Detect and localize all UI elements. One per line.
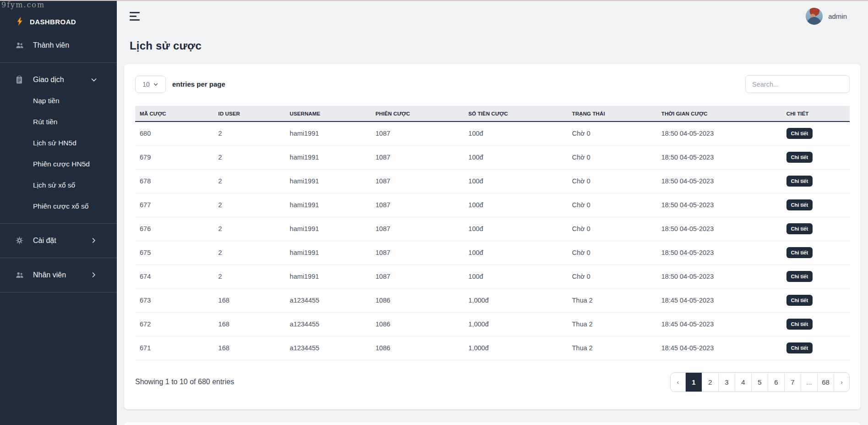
sidebar-item-label: Lịch sử xổ số — [33, 181, 75, 189]
table-cell: 18:50 04-05-2023 — [657, 241, 782, 265]
page-button-68[interactable]: 68 — [818, 373, 834, 392]
detail-button[interactable]: Chi tiết — [786, 295, 813, 306]
pagination-ellipsis[interactable]: ... — [801, 373, 818, 392]
table-cell: 676 — [135, 217, 214, 241]
username-label: admin — [828, 12, 847, 20]
sidebar-item-label: Giao dịch — [33, 76, 64, 84]
chevron-down-icon — [153, 82, 158, 87]
detail-button[interactable]: Chi tiết — [786, 223, 813, 234]
table-cell: 2 — [214, 217, 285, 241]
search-input[interactable] — [745, 75, 850, 93]
page-button-7[interactable]: 7 — [785, 373, 801, 392]
table-body: 6802hami19911087100đChờ 018:50 04-05-202… — [135, 121, 850, 360]
detail-button[interactable]: Chi tiết — [786, 271, 813, 282]
table-cell: Chi tiết — [782, 265, 850, 288]
table-cell: 677 — [135, 193, 214, 217]
table-row: 6752hami19911087100đChờ 018:50 04-05-202… — [135, 241, 850, 265]
table-cell: a1234455 — [285, 312, 371, 336]
table-cell: 1,000đ — [464, 336, 568, 360]
table-row: 6772hami19911087100đChờ 018:50 04-05-202… — [135, 193, 850, 217]
sidebar-divider — [0, 258, 117, 258]
table-cell: Chờ 0 — [568, 145, 657, 169]
detail-button[interactable]: Chi tiết — [786, 319, 813, 330]
detail-button[interactable]: Chi tiết — [786, 247, 813, 258]
detail-button[interactable]: Chi tiết — [786, 199, 813, 210]
table-cell: 100đ — [464, 121, 568, 145]
table-cell: hami1991 — [285, 217, 371, 241]
sidebar: 9fym.com DASHBROAD Thành viênGiao dịchNạ… — [0, 0, 117, 425]
table-cell: Chờ 0 — [568, 121, 657, 145]
pagination-next-button[interactable]: › — [834, 373, 849, 392]
table-cell: 18:45 04-05-2023 — [657, 336, 782, 360]
page-size-select[interactable]: 10 — [135, 76, 166, 93]
gear-icon — [15, 236, 24, 245]
sidebar-item-label: Nạp tiền — [33, 97, 60, 105]
page-button-4[interactable]: 4 — [735, 373, 752, 392]
table-cell: 18:50 04-05-2023 — [657, 265, 782, 288]
table-cell: Chi tiết — [782, 193, 850, 217]
sidebar-item-label: Phiên cược HN5d — [33, 160, 90, 168]
detail-button[interactable]: Chi tiết — [786, 176, 813, 187]
table-cell: Chờ 0 — [568, 193, 657, 217]
sidebar-item-cai-dat[interactable]: Cài đặt — [0, 230, 117, 251]
table-cell: 1087 — [371, 193, 464, 217]
page-button-2[interactable]: 2 — [702, 373, 719, 392]
page-button-6[interactable]: 6 — [768, 373, 785, 392]
column-header: MÃ CƯỢC — [135, 106, 214, 121]
page-button-5[interactable]: 5 — [752, 373, 768, 392]
pagination-prev-button[interactable]: ‹ — [671, 373, 686, 392]
bet-history-table: MÃ CƯỢCID USERUSERNAMEPHIÊN CƯỢCSỐ TIỀN … — [135, 106, 850, 360]
table-cell: 100đ — [464, 145, 568, 169]
sidebar-item-label: Nhân viên — [33, 271, 66, 279]
table-cell: 1087 — [371, 241, 464, 265]
page-button-1[interactable]: 1 — [686, 373, 702, 392]
table-cell: 2 — [214, 169, 285, 193]
users-icon — [15, 270, 24, 280]
sidebar-item-thanh-vien[interactable]: Thành viên — [0, 35, 117, 56]
sidebar-toggle-icon[interactable] — [130, 12, 140, 21]
watermark-text: 9fym.com — [1, 0, 45, 9]
table-cell: 671 — [135, 336, 214, 360]
table-cell: 1087 — [371, 217, 464, 241]
sidebar-item-lich-su-xo-so[interactable]: Lịch sử xổ số — [0, 175, 117, 196]
column-header: THỜI GIAN CƯỢC — [657, 106, 782, 121]
table-cell: Chờ 0 — [568, 169, 657, 193]
table-cell: hami1991 — [285, 193, 371, 217]
sidebar-divider — [0, 292, 117, 293]
table-cell: 1087 — [371, 145, 464, 169]
detail-button[interactable]: Chi tiết — [786, 152, 813, 163]
user-menu[interactable]: admin — [806, 8, 859, 25]
sidebar-item-giao-dich[interactable]: Giao dịch — [0, 69, 117, 90]
detail-button[interactable]: Chi tiết — [786, 128, 813, 139]
table-cell: Thua 2 — [568, 312, 657, 336]
sidebar-item-rut-tien[interactable]: Rút tiền — [0, 111, 117, 132]
table-cell: Chi tiết — [782, 312, 850, 336]
table-row: 6762hami19911087100đChờ 018:50 04-05-202… — [135, 217, 850, 241]
table-row: 6782hami19911087100đChờ 018:50 04-05-202… — [135, 169, 850, 193]
page-button-3[interactable]: 3 — [719, 373, 735, 392]
sidebar-item-phien-cuoc-xo-so[interactable]: Phiên cược xổ số — [0, 196, 117, 217]
table-cell: 2 — [214, 241, 285, 265]
table-cell: 100đ — [464, 193, 568, 217]
table-cell: 18:50 04-05-2023 — [657, 193, 782, 217]
table-cell: 100đ — [464, 241, 568, 265]
detail-button[interactable]: Chi tiết — [786, 342, 813, 353]
table-cell: 168 — [214, 336, 285, 360]
topbar: admin — [124, 0, 861, 28]
sidebar-item-lich-su-hn5d[interactable]: Lịch sử HN5d — [0, 132, 117, 154]
table-cell: Chi tiết — [782, 241, 850, 265]
sidebar-nav: Thành viênGiao dịchNạp tiềnRút tiềnLịch … — [0, 35, 117, 293]
table-cell: hami1991 — [285, 265, 371, 288]
table-cell: 672 — [135, 312, 214, 336]
table-cell: hami1991 — [285, 241, 371, 265]
entries-per-page-label: entries per page — [172, 80, 225, 88]
table-cell: 18:50 04-05-2023 — [657, 121, 782, 145]
avatar[interactable] — [806, 8, 823, 25]
sidebar-item-phien-cuoc-hn5d[interactable]: Phiên cược HN5d — [0, 154, 117, 175]
brand[interactable]: DASHBROAD — [0, 12, 117, 31]
table-cell: 2 — [214, 145, 285, 169]
card-footer: Showing 1 to 10 of 680 entries ‹1234567.… — [135, 372, 850, 392]
sidebar-item-nhan-vien[interactable]: Nhân viên — [0, 265, 117, 286]
table-cell: 18:45 04-05-2023 — [657, 288, 782, 312]
sidebar-item-nap-tien[interactable]: Nạp tiền — [0, 90, 117, 111]
